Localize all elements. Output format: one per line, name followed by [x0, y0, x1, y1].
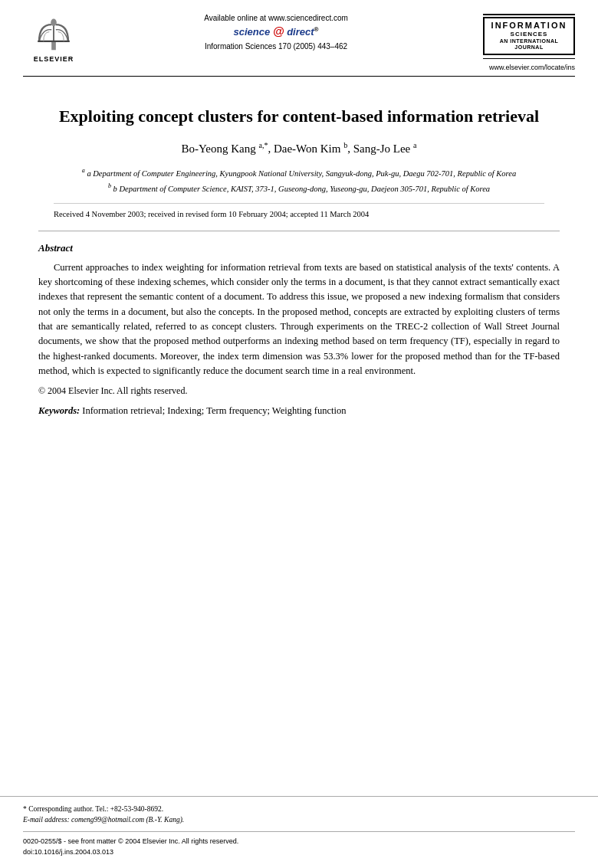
- email-line: E-mail address: comeng99@hotmail.com (B.…: [23, 815, 575, 825]
- header-divider-bottom: [483, 58, 575, 59]
- authors: Bo-Yeong Kang a,*, Dae-Won Kim b, Sang-J…: [54, 141, 544, 156]
- title-section: Exploiting concept clusters for content-…: [38, 83, 560, 231]
- header: ELSEVIER Available online at www.science…: [0, 0, 598, 83]
- header-center: Available online at www.sciencedirect.co…: [84, 14, 468, 51]
- elsevier-tree-icon: [31, 14, 77, 54]
- affiliation-b: b b Department of Computer Science, KAIS…: [54, 182, 544, 195]
- affiliation-a: a a Department of Computer Engineering, …: [54, 166, 544, 179]
- keywords-label: Keywords:: [38, 405, 80, 416]
- corresponding-author: * Corresponding author. Tel.: +82-53-940…: [23, 804, 575, 814]
- footer-doi: doi:10.1016/j.ins.2004.03.013: [23, 847, 575, 858]
- footer-issn: 0020-0255/$ - see front matter © 2004 El…: [23, 837, 575, 847]
- svg-point-2: [51, 19, 57, 26]
- abstract-paragraph: Current approaches to index weighting fo…: [38, 260, 560, 379]
- journal-info: Information Sciences 170 (2005) 443–462: [92, 42, 460, 51]
- abstract-section: Abstract Current approaches to index wei…: [38, 231, 560, 418]
- paper-title: Exploiting concept clusters for content-…: [54, 106, 544, 128]
- received-line: Received 4 November 2003; received in re…: [54, 203, 544, 218]
- elsevier-label: ELSEVIER: [34, 55, 74, 63]
- keywords-line: Keywords: Information retrieval; Indexin…: [38, 405, 560, 417]
- email-suffix: (B.-Y. Kang).: [146, 816, 184, 824]
- header-right: INFORMATION SCIENCES AN INTERNATIONAL JO…: [468, 14, 575, 71]
- footer: * Corresponding author. Tel.: +82-53-940…: [0, 796, 598, 868]
- info-sciences-title: INFORMATION: [489, 21, 569, 31]
- footer-divider: [23, 831, 575, 832]
- header-top: ELSEVIER Available online at www.science…: [23, 14, 575, 71]
- info-sciences-logo: INFORMATION SCIENCES AN INTERNATIONAL JO…: [483, 17, 575, 55]
- email-address: comeng99@hotmail.com: [71, 816, 144, 824]
- email-label: E-mail address:: [23, 816, 70, 824]
- main-content: Exploiting concept clusters for content-…: [0, 83, 598, 418]
- keywords-values: Information retrieval; Indexing; Term fr…: [82, 405, 346, 416]
- svg-rect-0: [51, 41, 56, 50]
- page: ELSEVIER Available online at www.science…: [0, 0, 598, 868]
- info-sciences-subtitle: SCIENCES: [489, 31, 569, 38]
- abstract-heading: Abstract: [38, 242, 560, 254]
- available-online-text: Available online at www.sciencedirect.co…: [92, 14, 460, 22]
- elsevier-url: www.elsevier.com/locate/ins: [489, 64, 575, 71]
- affiliations: a a Department of Computer Engineering, …: [54, 166, 544, 195]
- header-bottom-line: [23, 76, 575, 77]
- info-sciences-subtext: AN INTERNATIONAL JOURNAL: [489, 38, 569, 51]
- science-direct-logo: science @ direct®: [92, 25, 460, 38]
- header-divider-top: [483, 14, 575, 15]
- abstract-text: Current approaches to index weighting fo…: [38, 260, 560, 398]
- footnote-section: * Corresponding author. Tel.: +82-53-940…: [23, 804, 575, 825]
- elsevier-logo: ELSEVIER: [23, 14, 84, 63]
- copyright: © 2004 Elsevier Inc. All rights reserved…: [38, 384, 560, 398]
